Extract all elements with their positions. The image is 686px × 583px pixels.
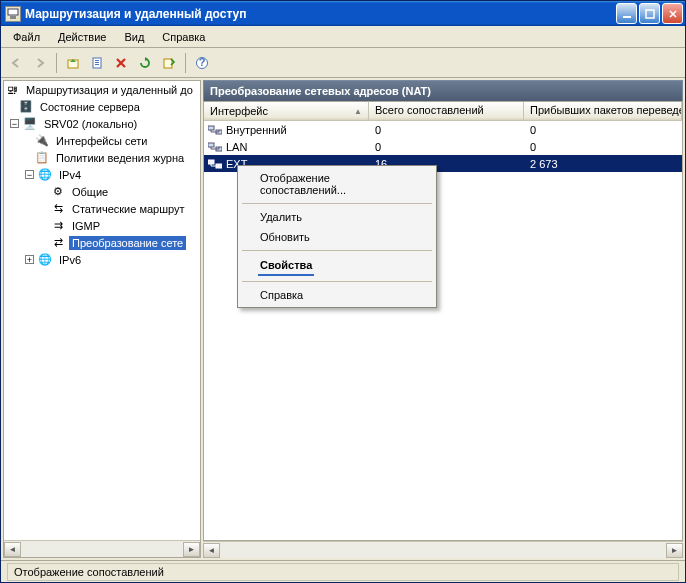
- cell-arrived: 2 673: [524, 158, 682, 170]
- log-icon: 📋: [34, 150, 50, 166]
- tree-logging-policy[interactable]: 📋 Политики ведения журна: [4, 149, 200, 166]
- svg-text:?: ?: [199, 56, 206, 68]
- cell-arrived: 0: [524, 124, 682, 136]
- svg-rect-1: [10, 16, 16, 19]
- cell-arrived: 0: [524, 141, 682, 153]
- menu-file[interactable]: Файл: [5, 28, 48, 46]
- network-icon: [208, 141, 222, 153]
- routes-icon: ⇆: [50, 201, 66, 217]
- tree-nat[interactable]: ⇄ Преобразование сете: [4, 234, 200, 251]
- svg-rect-16: [208, 160, 214, 164]
- status-text: Отображение сопоставлений: [7, 563, 679, 581]
- minimize-button[interactable]: [616, 3, 637, 24]
- tree-igmp[interactable]: ⇉ IGMP: [4, 217, 200, 234]
- details-panel: Преобразование сетевых адресов (NAT) Инт…: [203, 80, 683, 558]
- nic-icon: 🔌: [34, 133, 50, 149]
- list-row[interactable]: Внутренний 0 0: [204, 121, 682, 138]
- help-button[interactable]: ?: [191, 52, 213, 74]
- ctx-show-mappings[interactable]: Отображение сопоставлений...: [240, 168, 434, 200]
- client-area: 🖳 Маршрутизация и удаленный до 🗄️ Состоя…: [1, 78, 685, 560]
- properties-button[interactable]: [86, 52, 108, 74]
- ctx-help[interactable]: Справка: [240, 285, 434, 305]
- context-menu: Отображение сопоставлений... Удалить Обн…: [237, 165, 437, 308]
- app-window: Маршрутизация и удаленный доступ Файл Де…: [0, 0, 686, 583]
- menu-separator: [242, 203, 432, 204]
- tree-hscroll[interactable]: ◄ ►: [4, 540, 200, 557]
- titlebar: Маршрутизация и удаленный доступ: [1, 1, 685, 26]
- close-button[interactable]: [662, 3, 683, 24]
- expand-icon[interactable]: +: [25, 255, 34, 264]
- window-title: Маршрутизация и удаленный доступ: [25, 7, 616, 21]
- tree-server-state[interactable]: 🗄️ Состояние сервера: [4, 98, 200, 115]
- tree-general[interactable]: ⚙ Общие: [4, 183, 200, 200]
- igmp-icon: ⇉: [50, 218, 66, 234]
- svg-rect-2: [623, 16, 631, 18]
- svg-rect-12: [208, 126, 214, 130]
- network-icon: [208, 158, 222, 170]
- cell-total: 0: [369, 141, 524, 153]
- tree-network-interfaces[interactable]: 🔌 Интерфейсы сети: [4, 132, 200, 149]
- scroll-left-button[interactable]: ◄: [4, 542, 21, 557]
- menu-view[interactable]: Вид: [116, 28, 152, 46]
- back-button: [5, 52, 27, 74]
- ctx-properties[interactable]: Свойства: [258, 256, 314, 276]
- menu-separator: [242, 281, 432, 282]
- svg-rect-8: [95, 64, 99, 65]
- scroll-left-button[interactable]: ◄: [203, 543, 220, 558]
- svg-rect-7: [95, 62, 99, 63]
- col-total-mappings[interactable]: Всего сопоставлений: [369, 102, 524, 120]
- tree-body[interactable]: 🖳 Маршрутизация и удаленный до 🗄️ Состоя…: [4, 81, 200, 540]
- general-icon: ⚙: [50, 184, 66, 200]
- toolbar-separator: [185, 53, 186, 73]
- scroll-track[interactable]: [220, 543, 666, 558]
- delete-button[interactable]: [110, 52, 132, 74]
- col-interface[interactable]: Интерфейс▲: [204, 102, 369, 120]
- svg-rect-6: [95, 60, 99, 61]
- forward-button: [29, 52, 51, 74]
- panel-title: Преобразование сетевых адресов (NAT): [203, 80, 683, 101]
- server-icon: 🖳: [4, 82, 20, 98]
- maximize-button[interactable]: [639, 3, 660, 24]
- toolbar: ?: [1, 48, 685, 78]
- up-button[interactable]: [62, 52, 84, 74]
- export-button[interactable]: [158, 52, 180, 74]
- ipv4-icon: 🌐: [37, 167, 53, 183]
- iface-name: Внутренний: [226, 124, 287, 136]
- tree-ipv6[interactable]: + 🌐 IPv6: [4, 251, 200, 268]
- svg-rect-0: [8, 9, 18, 15]
- sort-asc-icon: ▲: [354, 107, 362, 116]
- list-hscroll[interactable]: ◄ ►: [203, 541, 683, 558]
- tree-panel: 🖳 Маршрутизация и удаленный до 🗄️ Состоя…: [3, 80, 201, 558]
- tree-root[interactable]: 🖳 Маршрутизация и удаленный до: [4, 81, 200, 98]
- scroll-right-button[interactable]: ►: [183, 542, 200, 557]
- ctx-delete[interactable]: Удалить: [240, 207, 434, 227]
- collapse-icon[interactable]: −: [10, 119, 19, 128]
- menu-separator: [242, 250, 432, 251]
- scroll-track[interactable]: [21, 542, 183, 557]
- list-row[interactable]: LAN 0 0: [204, 138, 682, 155]
- svg-rect-9: [164, 59, 172, 68]
- server-state-icon: 🗄️: [18, 99, 34, 115]
- collapse-icon[interactable]: −: [25, 170, 34, 179]
- tree-srv02[interactable]: − 🖥️ SRV02 (локально): [4, 115, 200, 132]
- col-arrived-packets[interactable]: Прибывших пакетов переведе: [524, 102, 682, 120]
- scroll-right-button[interactable]: ►: [666, 543, 683, 558]
- refresh-button[interactable]: [134, 52, 156, 74]
- menu-help[interactable]: Справка: [154, 28, 213, 46]
- tree-ipv4[interactable]: − 🌐 IPv4: [4, 166, 200, 183]
- statusbar: Отображение сопоставлений: [1, 560, 685, 582]
- svg-rect-14: [208, 143, 214, 147]
- toolbar-separator: [56, 53, 57, 73]
- menubar: Файл Действие Вид Справка: [1, 26, 685, 48]
- tree-static-routes[interactable]: ⇆ Статические маршрут: [4, 200, 200, 217]
- column-headers: Интерфейс▲ Всего сопоставлений Прибывших…: [204, 102, 682, 121]
- ipv6-icon: 🌐: [37, 252, 53, 268]
- network-icon: [208, 124, 222, 136]
- iface-name: LAN: [226, 141, 247, 153]
- ctx-refresh[interactable]: Обновить: [240, 227, 434, 247]
- computer-icon: 🖥️: [22, 116, 38, 132]
- svg-rect-3: [646, 10, 654, 18]
- cell-total: 0: [369, 124, 524, 136]
- nat-icon: ⇄: [50, 235, 66, 251]
- menu-action[interactable]: Действие: [50, 28, 114, 46]
